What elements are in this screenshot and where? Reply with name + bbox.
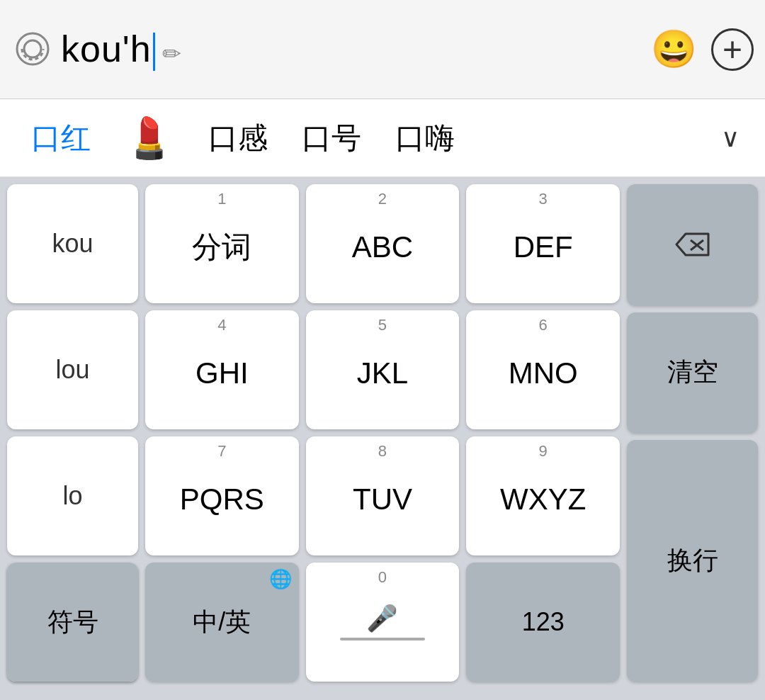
space-button[interactable]: 0 🎤 bbox=[306, 563, 460, 682]
key-9-num: 9 bbox=[539, 442, 548, 461]
lang-button[interactable]: 🌐 中/英 bbox=[145, 563, 299, 682]
key-8-tuv[interactable]: 8 TUV bbox=[306, 436, 460, 555]
bottom-row: 符号 🌐 中/英 0 🎤 123 bbox=[7, 563, 620, 682]
input-right: 😀 + bbox=[651, 28, 754, 71]
svg-point-1 bbox=[24, 40, 41, 57]
suggestion-2[interactable]: 💄 bbox=[108, 115, 191, 162]
key-9-wxyz[interactable]: 9 WXYZ bbox=[466, 436, 620, 555]
key-3-num: 3 bbox=[539, 190, 548, 208]
key-6-mno[interactable]: 6 MNO bbox=[466, 310, 620, 429]
newline-button[interactable]: 换行 bbox=[627, 440, 758, 682]
key-7-num: 7 bbox=[217, 442, 226, 461]
input-text[interactable]: kou'h ✏ bbox=[61, 28, 182, 71]
key-3-def[interactable]: 3 DEF bbox=[466, 184, 620, 303]
main-keypad: 1 分词 2 ABC 3 DEF 4 GHI 5 JKL 6 MNO 7 PQR… bbox=[145, 184, 620, 555]
globe-icon: 🌐 bbox=[269, 568, 292, 590]
suggestion-4[interactable]: 口号 bbox=[285, 118, 378, 158]
right-functions: 清空 换行 bbox=[627, 184, 758, 682]
key-6-label: MNO bbox=[509, 356, 578, 390]
mic-icon[interactable] bbox=[11, 28, 54, 70]
key-1-fenci[interactable]: 1 分词 bbox=[145, 184, 299, 303]
plus-button[interactable]: + bbox=[711, 28, 754, 71]
key-6-num: 6 bbox=[539, 316, 548, 334]
key-4-label: GHI bbox=[196, 356, 249, 390]
suggestions-bar: 口红 💄 口感 口号 口嗨 ∨ bbox=[0, 99, 765, 177]
candidate-kou[interactable]: kou bbox=[7, 184, 138, 303]
key-1-num: 1 bbox=[217, 190, 226, 208]
key-5-jkl[interactable]: 5 JKL bbox=[306, 310, 460, 429]
edit-mark: ✏ bbox=[155, 41, 182, 67]
key-2-abc[interactable]: 2 ABC bbox=[306, 184, 460, 303]
key-5-num: 5 bbox=[378, 316, 387, 334]
lang-label: 中/英 bbox=[193, 605, 251, 640]
key-2-num: 2 bbox=[378, 190, 387, 208]
key-3-label: DEF bbox=[514, 230, 573, 264]
key-4-num: 4 bbox=[217, 316, 226, 334]
symbol-button[interactable]: 符号 bbox=[7, 563, 138, 682]
expand-button[interactable]: ∨ bbox=[710, 118, 751, 159]
emoji-button[interactable]: 😀 bbox=[651, 28, 697, 71]
suggestion-5[interactable]: 口嗨 bbox=[378, 118, 472, 158]
mic-icon-space: 🎤 bbox=[366, 604, 398, 633]
backspace-button[interactable] bbox=[627, 184, 758, 305]
key-8-num: 8 bbox=[378, 442, 387, 461]
key-1-label: 分词 bbox=[192, 227, 251, 267]
key-9-label: WXYZ bbox=[500, 482, 586, 516]
num123-button[interactable]: 123 bbox=[466, 563, 620, 682]
key-7-pqrs[interactable]: 7 PQRS bbox=[145, 436, 299, 555]
key-5-label: JKL bbox=[357, 356, 408, 390]
input-value: kou'h bbox=[61, 28, 152, 69]
key-2-label: ABC bbox=[352, 230, 413, 264]
keyboard: kou lou lo j 1 分词 2 ABC 3 DEF 4 GHI 5 JK… bbox=[0, 177, 765, 700]
candidate-lou[interactable]: lou bbox=[7, 310, 138, 429]
space-bar-indicator bbox=[340, 638, 425, 640]
key-8-label: TUV bbox=[353, 482, 412, 516]
space-num: 0 bbox=[378, 568, 387, 587]
suggestion-1[interactable]: 口红 bbox=[14, 118, 108, 158]
key-7-label: PQRS bbox=[180, 482, 264, 516]
candidate-lo[interactable]: lo bbox=[7, 436, 138, 555]
suggestion-3[interactable]: 口感 bbox=[191, 118, 285, 158]
clear-button[interactable]: 清空 bbox=[627, 312, 758, 434]
key-4-ghi[interactable]: 4 GHI bbox=[145, 310, 299, 429]
input-left: kou'h ✏ bbox=[11, 28, 182, 71]
input-area: kou'h ✏ 😀 + bbox=[0, 0, 765, 99]
